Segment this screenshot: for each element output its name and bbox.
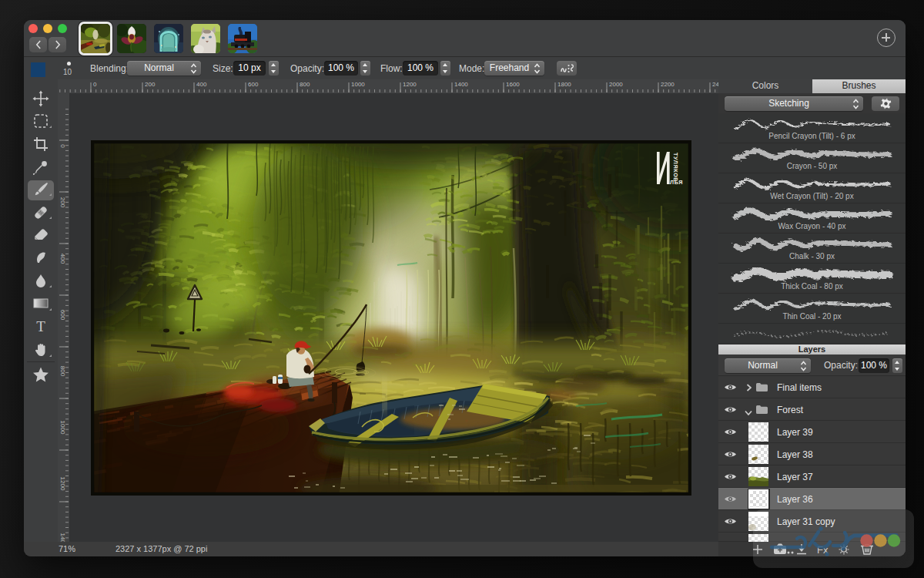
svg-text:ТУЛЯКОВ: ТУЛЯКОВ [672, 153, 679, 182]
svg-text:ЛЬЯ: ЛЬЯ [670, 179, 683, 186]
svg-text:T: T [36, 319, 45, 334]
